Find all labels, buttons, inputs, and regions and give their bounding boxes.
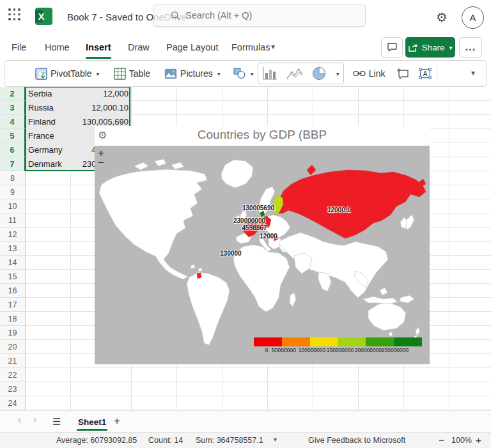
row-header-21[interactable]: 21 [0,354,26,368]
row-header-2[interactable]: 2 [0,87,26,101]
pie-chart-icon[interactable] [312,66,326,81]
comment-icon [387,42,398,52]
account-avatar[interactable]: A [462,6,484,29]
row-header-7[interactable]: 7 [0,157,26,171]
map-north-america [99,169,207,279]
text-box-icon: A [419,68,432,79]
map-chart[interactable]: ⚙ Countries by GDP (BBP + − [95,126,430,364]
row-header-12[interactable]: 12 [0,228,26,242]
more-label: ... [465,42,476,53]
legend-color-block [366,337,394,346]
ribbon-tab-draw[interactable]: Draw [128,38,150,56]
zoom-out-button[interactable]: − [439,435,444,445]
map-plot-area: + − [95,146,430,364]
ribbon-tab-formulas[interactable]: Formulas [231,38,270,56]
link-button[interactable]: Link [353,68,386,79]
share-label: Share [421,43,444,52]
grid-row [0,368,491,382]
pivottable-icon [35,68,47,80]
map-zoom-out-button[interactable]: − [98,158,104,167]
add-sheet-button[interactable]: + [114,415,120,428]
row-header-8[interactable]: 8 [0,171,26,185]
row-header-13[interactable]: 13 [0,242,26,256]
search-input[interactable]: Search (Alt + Q) [153,4,366,27]
row-header-18[interactable]: 18 [0,312,26,326]
text-box-button[interactable]: A [419,68,432,79]
more-commands-button[interactable]: ... [459,37,482,58]
sheet-tab-bar: ‹ › ☰ Sheet1 + [0,410,491,433]
comments-button[interactable] [381,37,403,58]
next-sheet-chevron-icon[interactable]: › [33,414,36,426]
column-chart-icon[interactable] [262,66,277,81]
row-header-22[interactable]: 22 [0,368,26,382]
shapes-chevron-icon: ▾ [251,70,254,77]
row-header-15[interactable]: 15 [0,270,26,284]
share-chevron-icon: ▾ [449,44,453,51]
row-header-20[interactable]: 20 [0,340,26,354]
ribbon-tab-page-layout[interactable]: Page Layout [166,38,218,56]
pictures-chevron-icon: ▾ [217,70,221,77]
table-button[interactable]: Table [114,68,150,80]
excel-icon[interactable]: X [35,8,52,25]
row-header-11[interactable]: 11 [0,213,26,228]
row-header-17[interactable]: 17 [0,298,26,312]
row-header-5[interactable]: 5 [0,129,26,143]
status-chevron-icon[interactable]: ▾ [274,436,277,443]
link-label: Link [369,68,386,79]
map-australia [368,303,406,330]
share-button[interactable]: Share ▾ [405,37,455,58]
grid-row [0,396,491,410]
map-greenland [221,160,253,188]
grid-row [0,382,491,396]
grid-column-line [449,87,449,410]
sheet-tab-sheet1[interactable]: Sheet1 [72,411,113,433]
zoom-in-button[interactable]: + [476,435,481,445]
search-icon [171,11,180,20]
pictures-button[interactable]: Pictures ▾ [164,68,221,79]
settings-gear-icon[interactable]: ⚙ [435,10,449,24]
chart-color-legend [254,337,422,346]
new-comment-button[interactable] [396,68,409,79]
row-header-4[interactable]: 4 [0,115,26,129]
ribbon-toolbar: PivotTable ▾ Table Pictures ▾ [4,60,487,87]
ribbon-tab-home[interactable]: Home [45,38,70,56]
map-data-label: 130005690 [242,205,274,212]
legend-tick-label: 50000000 [272,347,296,353]
zoom-level[interactable]: 100% [451,436,472,445]
map-data-label: 4598867 [242,224,267,231]
chart-title: Countries by GDP (BBP [95,128,430,142]
legend-tick-label: 150000000 [327,347,354,353]
row-header-6[interactable]: 6 [0,143,26,157]
toolbar-expand-chevron-icon[interactable]: ▾ [471,68,475,77]
app-launcher-icon[interactable] [8,8,21,21]
row-header-3[interactable]: 3 [0,101,26,115]
row-header-10[interactable]: 10 [0,199,26,213]
ribbon-tab-file[interactable]: File [12,38,26,56]
row-header-24[interactable]: 24 [0,396,26,410]
pivottable-chevron-icon: ▾ [97,70,100,77]
table-label: Table [129,68,150,79]
legend-tick-label: 0 [265,347,269,353]
map-south-america [187,272,230,345]
line-chart-icon[interactable] [286,66,303,81]
sheet-list-menu-icon[interactable]: ☰ [52,416,61,428]
feedback-link[interactable]: Give Feedback to Microsoft [308,436,405,445]
legend-color-block [282,337,310,346]
map-data-label: 230000000 [233,217,265,224]
row-header-23[interactable]: 23 [0,382,26,396]
chart-gallery-chevron-icon[interactable]: ▾ [336,70,339,77]
shapes-button[interactable]: ▾ [233,68,254,79]
row-header-16[interactable]: 16 [0,284,26,298]
row-header-9[interactable]: 9 [0,185,26,199]
share-icon [408,43,418,52]
row-header-14[interactable]: 14 [0,256,26,270]
row-header-19[interactable]: 19 [0,326,26,340]
map-data-label: 130000 [220,250,241,257]
prev-sheet-chevron-icon[interactable]: ‹ [18,414,21,426]
status-count: Count: 14 [148,436,183,445]
pivottable-button[interactable]: PivotTable ▾ [35,68,100,80]
new-comment-icon [396,68,409,79]
ribbon-tab-insert[interactable]: Insert [86,38,111,56]
ribbon-overflow-chevron-icon[interactable]: ▾ [271,42,275,51]
table-icon [114,68,126,80]
